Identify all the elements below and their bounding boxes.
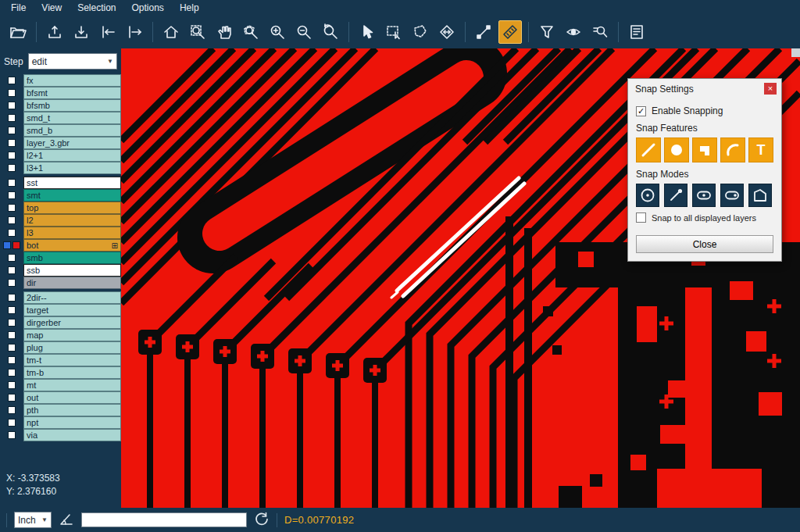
snap-feature-text-button[interactable]: T	[748, 137, 773, 162]
layer-checkbox[interactable]	[8, 381, 16, 389]
layer-row-smt[interactable]: smt	[0, 189, 121, 202]
command-input[interactable]	[81, 512, 247, 527]
open-folder-icon[interactable]	[6, 20, 30, 44]
layer-visibility-cell[interactable]	[0, 404, 23, 416]
layer-name[interactable]: map	[23, 329, 121, 341]
layer-visibility-cell[interactable]	[0, 366, 23, 379]
view-options-icon[interactable]	[562, 20, 585, 44]
layer-row-sst[interactable]: sst	[0, 177, 121, 189]
layer-row-l2[interactable]: l2	[0, 214, 121, 227]
layer-row-l3[interactable]: l3	[0, 227, 121, 239]
layer-visibility-cell[interactable]	[0, 264, 23, 277]
layer-row-layer_3.gbr[interactable]: layer_3.gbr	[0, 137, 121, 149]
layer-name[interactable]: dirgerber	[23, 316, 121, 329]
layer-checkbox[interactable]	[8, 254, 16, 262]
line-tool-icon[interactable]	[472, 20, 495, 44]
snap-feature-line-button[interactable]	[636, 137, 661, 162]
layer-name[interactable]: pth	[23, 404, 121, 416]
zoom-window-icon[interactable]	[186, 20, 209, 44]
layer-visibility-cell[interactable]	[0, 316, 23, 329]
layer-name[interactable]: l3+1	[23, 162, 121, 174]
layer-visibility-cell[interactable]	[0, 304, 23, 316]
menu-view[interactable]: View	[34, 0, 70, 15]
layer-row-smd_b[interactable]: smd_b	[0, 124, 121, 137]
layer-checkbox[interactable]	[8, 356, 16, 364]
step-select[interactable]: edit ▼	[28, 53, 117, 70]
layer-checkbox[interactable]	[8, 229, 16, 237]
menu-file[interactable]: File	[3, 0, 34, 15]
layer-visibility-cell[interactable]	[0, 329, 23, 341]
layer-visibility-cell[interactable]	[0, 239, 23, 252]
layer-name[interactable]: npt	[23, 416, 121, 429]
refresh-icon[interactable]	[254, 511, 270, 530]
zoom-polygon-icon[interactable]	[239, 20, 262, 44]
zoom-in-icon[interactable]	[266, 20, 289, 44]
layer-row-dirgerber[interactable]: dirgerber	[0, 316, 121, 329]
snap-mode-corner-button[interactable]	[748, 184, 772, 207]
layer-checkbox[interactable]	[8, 331, 16, 339]
find-icon[interactable]	[588, 20, 612, 44]
layer-visibility-cell[interactable]	[0, 416, 23, 429]
layer-checkbox[interactable]	[8, 369, 16, 377]
layer-visibility-cell[interactable]	[0, 429, 23, 441]
layer-row-tm-b[interactable]: tm-b	[0, 366, 121, 379]
snap-mode-point-button[interactable]	[664, 184, 688, 207]
zoom-previous-icon[interactable]	[319, 20, 342, 44]
layer-visibility-cell[interactable]	[0, 137, 23, 149]
layer-checkbox[interactable]	[8, 294, 16, 302]
layer-row-map[interactable]: map	[0, 329, 121, 341]
layer-checkbox[interactable]	[8, 431, 16, 439]
zoom-out-icon[interactable]	[292, 20, 316, 44]
zoom-home-icon[interactable]	[159, 20, 183, 44]
layer-row-plug[interactable]: plug	[0, 341, 121, 354]
layer-visibility-cell[interactable]	[0, 162, 23, 174]
layer-name[interactable]: dir	[23, 277, 121, 289]
layer-checkbox[interactable]	[8, 77, 16, 84]
layer-visibility-cell[interactable]	[0, 277, 23, 289]
layer-row-fx[interactable]: fx	[0, 74, 121, 87]
layer-visibility-cell[interactable]	[0, 99, 23, 112]
layer-name[interactable]: tm-b	[23, 366, 121, 379]
layer-visibility-cell[interactable]	[0, 252, 23, 264]
layer-name[interactable]: sst	[23, 177, 121, 189]
layer-checkbox[interactable]	[8, 102, 16, 109]
layer-row-bot[interactable]: bot⊞	[0, 239, 121, 252]
layer-name[interactable]: smb	[23, 252, 121, 264]
layer-row-2dir--[interactable]: 2dir--	[0, 291, 121, 304]
layer-name[interactable]: bot⊞	[23, 239, 121, 252]
layer-name[interactable]: l2	[23, 214, 121, 227]
import-left-icon[interactable]	[96, 20, 120, 44]
snap-feature-arc-button[interactable]	[720, 137, 745, 162]
dialog-titlebar[interactable]: Snap Settings ×	[628, 79, 781, 98]
close-icon[interactable]: ×	[764, 83, 777, 95]
layer-row-l3+1[interactable]: l3+1	[0, 162, 121, 174]
layer-visibility-cell[interactable]	[0, 112, 23, 124]
pan-hand-icon[interactable]	[212, 20, 236, 44]
layer-row-bfsmt[interactable]: bfsmt	[0, 87, 121, 99]
all-layers-checkbox[interactable]	[636, 212, 646, 223]
layer-visibility-cell[interactable]	[0, 341, 23, 354]
layer-name[interactable]: out	[23, 391, 121, 404]
layer-checkbox[interactable]	[8, 179, 16, 187]
export-right-icon[interactable]	[123, 20, 146, 44]
report-icon[interactable]	[625, 20, 648, 44]
layer-row-npt[interactable]: npt	[0, 416, 121, 429]
layer-name[interactable]: smt	[23, 189, 121, 202]
layer-row-via[interactable]: via	[0, 429, 121, 441]
layer-checkbox[interactable]	[8, 114, 16, 122]
select-polygon-icon[interactable]	[409, 20, 432, 44]
layer-checkbox[interactable]	[8, 266, 16, 274]
layer-row-dir[interactable]: dir	[0, 277, 121, 289]
select-window-icon[interactable]	[382, 20, 405, 44]
layer-checkbox[interactable]	[8, 152, 16, 159]
layer-visibility-cell[interactable]	[0, 124, 23, 137]
layer-name[interactable]: plug	[23, 341, 121, 354]
layer-name[interactable]: mt	[23, 379, 121, 391]
layer-row-l2+1[interactable]: l2+1	[0, 149, 121, 162]
layer-checkbox[interactable]	[8, 406, 16, 414]
layer-row-pth[interactable]: pth	[0, 404, 121, 416]
layer-name[interactable]: layer_3.gbr	[23, 137, 121, 149]
layer-checkbox[interactable]	[8, 344, 16, 352]
layer-checkbox[interactable]	[8, 306, 16, 314]
layer-name[interactable]: via	[23, 429, 121, 441]
